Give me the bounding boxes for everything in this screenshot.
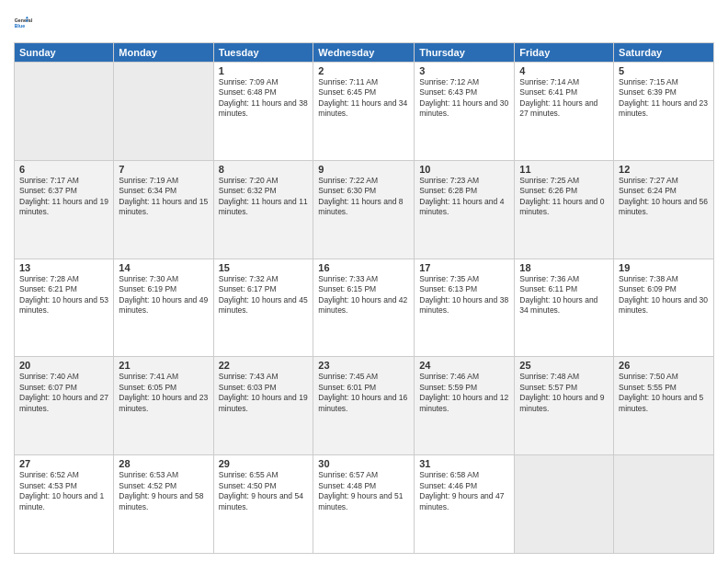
day-info: Sunrise: 7:38 AM Sunset: 6:09 PM Dayligh…: [619, 274, 709, 316]
day-info: Sunrise: 7:19 AM Sunset: 6:34 PM Dayligh…: [119, 176, 208, 218]
day-info: Sunrise: 7:32 AM Sunset: 6:17 PM Dayligh…: [219, 274, 309, 316]
day-number: 22: [219, 360, 309, 371]
week-row-4: 20Sunrise: 7:40 AM Sunset: 6:07 PM Dayli…: [15, 357, 714, 455]
day-header-friday: Friday: [515, 43, 614, 63]
week-row-5: 27Sunrise: 6:52 AM Sunset: 4:53 PM Dayli…: [15, 455, 714, 554]
day-info: Sunrise: 7:36 AM Sunset: 6:11 PM Dayligh…: [519, 274, 609, 316]
day-number: 12: [619, 164, 709, 175]
day-number: 20: [19, 360, 108, 371]
day-number: 31: [419, 458, 509, 469]
day-info: Sunrise: 6:53 AM Sunset: 4:52 PM Dayligh…: [119, 470, 208, 512]
day-info: Sunrise: 7:43 AM Sunset: 6:03 PM Dayligh…: [219, 372, 309, 414]
week-row-1: 1Sunrise: 7:09 AM Sunset: 6:48 PM Daylig…: [15, 63, 714, 161]
day-info: Sunrise: 7:48 AM Sunset: 5:57 PM Dayligh…: [519, 372, 609, 414]
day-info: Sunrise: 7:11 AM Sunset: 6:45 PM Dayligh…: [318, 77, 409, 120]
day-info: Sunrise: 7:23 AM Sunset: 6:28 PM Dayligh…: [419, 176, 509, 218]
calendar-page: General Blue SundayMondayTuesdayWednesda…: [0, 0, 728, 563]
day-number: 7: [119, 164, 208, 175]
day-cell: 3Sunrise: 7:12 AM Sunset: 6:43 PM Daylig…: [415, 63, 515, 161]
day-cell: 5Sunrise: 7:15 AM Sunset: 6:39 PM Daylig…: [614, 63, 714, 161]
day-header-sunday: Sunday: [15, 43, 114, 63]
day-header-monday: Monday: [114, 43, 213, 63]
day-info: Sunrise: 7:33 AM Sunset: 6:15 PM Dayligh…: [318, 274, 409, 316]
day-header-tuesday: Tuesday: [213, 43, 313, 63]
day-info: Sunrise: 7:22 AM Sunset: 6:30 PM Dayligh…: [318, 176, 409, 218]
day-info: Sunrise: 7:45 AM Sunset: 6:01 PM Dayligh…: [318, 372, 409, 414]
day-info: Sunrise: 7:27 AM Sunset: 6:24 PM Dayligh…: [619, 176, 709, 218]
day-info: Sunrise: 7:46 AM Sunset: 5:59 PM Dayligh…: [419, 372, 509, 414]
day-info: Sunrise: 6:57 AM Sunset: 4:48 PM Dayligh…: [318, 470, 409, 512]
day-number: 30: [318, 458, 409, 469]
day-header-saturday: Saturday: [614, 43, 714, 63]
day-cell: 23Sunrise: 7:45 AM Sunset: 6:01 PM Dayli…: [313, 357, 415, 455]
day-cell: [515, 455, 614, 554]
calendar-table: SundayMondayTuesdayWednesdayThursdayFrid…: [14, 42, 714, 554]
day-cell: 29Sunrise: 6:55 AM Sunset: 4:50 PM Dayli…: [213, 455, 313, 554]
day-cell: 22Sunrise: 7:43 AM Sunset: 6:03 PM Dayli…: [213, 357, 313, 455]
day-number: 9: [318, 164, 409, 175]
day-number: 14: [119, 262, 208, 273]
day-cell: [114, 63, 213, 161]
day-info: Sunrise: 7:12 AM Sunset: 6:43 PM Dayligh…: [419, 77, 509, 120]
day-cell: 13Sunrise: 7:28 AM Sunset: 6:21 PM Dayli…: [15, 259, 114, 357]
day-info: Sunrise: 7:20 AM Sunset: 6:32 PM Dayligh…: [219, 176, 309, 218]
day-info: Sunrise: 6:52 AM Sunset: 4:53 PM Dayligh…: [19, 470, 108, 512]
day-info: Sunrise: 7:09 AM Sunset: 6:48 PM Dayligh…: [219, 77, 309, 120]
day-info: Sunrise: 7:15 AM Sunset: 6:39 PM Dayligh…: [619, 77, 709, 120]
day-number: 28: [119, 458, 208, 469]
day-number: 15: [219, 262, 309, 273]
day-cell: 1Sunrise: 7:09 AM Sunset: 6:48 PM Daylig…: [213, 63, 313, 161]
day-cell: 20Sunrise: 7:40 AM Sunset: 6:07 PM Dayli…: [15, 357, 114, 455]
day-info: Sunrise: 7:35 AM Sunset: 6:13 PM Dayligh…: [419, 274, 509, 316]
day-number: 16: [318, 262, 409, 273]
day-cell: 25Sunrise: 7:48 AM Sunset: 5:57 PM Dayli…: [515, 357, 614, 455]
day-header-wednesday: Wednesday: [313, 43, 415, 63]
day-info: Sunrise: 7:17 AM Sunset: 6:37 PM Dayligh…: [19, 176, 108, 218]
day-cell: 11Sunrise: 7:25 AM Sunset: 6:26 PM Dayli…: [515, 160, 614, 259]
header-row: SundayMondayTuesdayWednesdayThursdayFrid…: [15, 43, 714, 63]
day-cell: 7Sunrise: 7:19 AM Sunset: 6:34 PM Daylig…: [114, 160, 213, 259]
day-info: Sunrise: 7:41 AM Sunset: 6:05 PM Dayligh…: [119, 372, 208, 414]
day-info: Sunrise: 7:14 AM Sunset: 6:41 PM Dayligh…: [519, 77, 609, 120]
day-cell: 28Sunrise: 6:53 AM Sunset: 4:52 PM Dayli…: [114, 455, 213, 554]
header: General Blue: [14, 9, 714, 37]
week-row-3: 13Sunrise: 7:28 AM Sunset: 6:21 PM Dayli…: [15, 259, 714, 357]
day-number: 4: [519, 65, 609, 76]
svg-text:General: General: [15, 17, 33, 23]
day-number: 21: [119, 360, 208, 371]
day-cell: 16Sunrise: 7:33 AM Sunset: 6:15 PM Dayli…: [313, 259, 415, 357]
day-cell: 12Sunrise: 7:27 AM Sunset: 6:24 PM Dayli…: [614, 160, 714, 259]
day-number: 23: [318, 360, 409, 371]
day-number: 8: [219, 164, 309, 175]
day-header-thursday: Thursday: [415, 43, 515, 63]
logo: General Blue: [14, 9, 41, 37]
day-cell: 27Sunrise: 6:52 AM Sunset: 4:53 PM Dayli…: [15, 455, 114, 554]
day-cell: 2Sunrise: 7:11 AM Sunset: 6:45 PM Daylig…: [313, 63, 415, 161]
day-cell: 17Sunrise: 7:35 AM Sunset: 6:13 PM Dayli…: [415, 259, 515, 357]
svg-text:Blue: Blue: [15, 23, 25, 29]
day-cell: 30Sunrise: 6:57 AM Sunset: 4:48 PM Dayli…: [313, 455, 415, 554]
day-info: Sunrise: 7:50 AM Sunset: 5:55 PM Dayligh…: [619, 372, 709, 414]
week-row-2: 6Sunrise: 7:17 AM Sunset: 6:37 PM Daylig…: [15, 160, 714, 259]
day-number: 13: [19, 262, 108, 273]
day-number: 19: [619, 262, 709, 273]
day-info: Sunrise: 6:55 AM Sunset: 4:50 PM Dayligh…: [219, 470, 309, 512]
day-cell: 10Sunrise: 7:23 AM Sunset: 6:28 PM Dayli…: [415, 160, 515, 259]
day-info: Sunrise: 7:30 AM Sunset: 6:19 PM Dayligh…: [119, 274, 208, 316]
day-cell: 8Sunrise: 7:20 AM Sunset: 6:32 PM Daylig…: [213, 160, 313, 259]
day-cell: 18Sunrise: 7:36 AM Sunset: 6:11 PM Dayli…: [515, 259, 614, 357]
day-number: 2: [318, 65, 409, 76]
day-cell: 15Sunrise: 7:32 AM Sunset: 6:17 PM Dayli…: [213, 259, 313, 357]
day-number: 29: [219, 458, 309, 469]
day-info: Sunrise: 7:25 AM Sunset: 6:26 PM Dayligh…: [519, 176, 609, 218]
day-number: 6: [19, 164, 108, 175]
day-number: 18: [519, 262, 609, 273]
logo-icon: General Blue: [14, 9, 41, 37]
day-info: Sunrise: 6:58 AM Sunset: 4:46 PM Dayligh…: [419, 470, 509, 512]
day-number: 27: [19, 458, 108, 469]
day-number: 26: [619, 360, 709, 371]
day-number: 10: [419, 164, 509, 175]
day-cell: [15, 63, 114, 161]
day-cell: 14Sunrise: 7:30 AM Sunset: 6:19 PM Dayli…: [114, 259, 213, 357]
day-number: 11: [519, 164, 609, 175]
